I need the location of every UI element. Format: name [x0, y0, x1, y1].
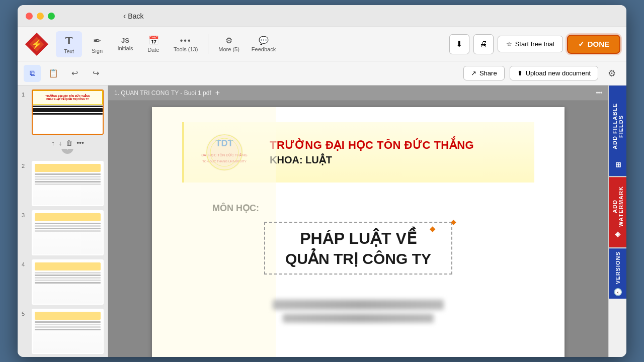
pdf-yellow-bg: [152, 107, 276, 357]
fillable-fields-icon: ⊞: [614, 161, 622, 168]
watermark-label: ADD WATERMARK: [612, 186, 624, 228]
university-name: TRƯỜNG ĐẠI HỌC TÔN ĐỨC THẮNG KHOA: LUẬT: [270, 139, 474, 166]
text-tool-label: Text: [64, 48, 74, 54]
logo-area: ⚡: [24, 31, 50, 57]
pdf-blur-line-1: [273, 300, 444, 310]
tools-button[interactable]: ••• Tools (13): [169, 31, 203, 57]
right-panels: ⊞ ADD FILLABLE FIELDS ◈ ADD WATERMARK 🕐 …: [608, 85, 626, 357]
more-label: More (5): [218, 46, 239, 52]
date-tool-label: Date: [147, 47, 159, 53]
thumb-image-1: TRƯỜNG ĐẠI HỌC TÔN ĐỨC THẮNGPHÁP LUẬT VỀ…: [32, 89, 104, 135]
university-dept: KHOA: LUẬT: [270, 154, 474, 166]
maximize-button[interactable]: [48, 13, 55, 20]
thumb-header-bar-5: [35, 312, 101, 320]
print-button[interactable]: 🖨: [473, 34, 494, 54]
thumb-move-down-button[interactable]: ↓: [58, 138, 63, 148]
sign-tool-button[interactable]: ✒ Sign: [84, 31, 110, 57]
pages-view-button[interactable]: ⧉: [24, 65, 41, 82]
secondary-toolbar-right: ↗ Share ⬆ Upload new document ⚙: [463, 65, 620, 82]
page-thumb-1[interactable]: 1 TRƯỜNG ĐẠI HỌC TÔN ĐỨC THẮNGPHÁP LUẬT …: [22, 89, 104, 135]
thumb-move-up-button[interactable]: ↑: [50, 138, 56, 148]
watermark-icon: ◈: [614, 231, 622, 239]
thumb-controls: ↑ ↓ 🗑 •••: [32, 137, 104, 149]
download-button[interactable]: ⬇: [449, 34, 469, 54]
toolbar-right: ⬇ 🖨 ☆ Start free trial ✓ DONE: [449, 34, 620, 54]
main-toolbar: ⚡ T Text ✒ Sign JS Initials 📅 Date ••• T…: [18, 27, 626, 61]
thumb-image-4: [32, 259, 104, 305]
pdf-subject-diamond: ◆: [451, 218, 456, 226]
share-icon: ↗: [471, 69, 476, 77]
settings-icon: ⚙: [608, 68, 616, 79]
toolbar-separator: [208, 34, 208, 54]
minimize-button[interactable]: [37, 13, 44, 20]
thumb-more-button[interactable]: •••: [75, 138, 85, 148]
title-bar: ‹ Back: [18, 5, 626, 27]
undo-button[interactable]: ↩: [66, 65, 83, 82]
thumb-container-4: [32, 259, 104, 305]
add-watermark-panel[interactable]: ◈ ADD WATERMARK: [609, 177, 626, 247]
feedback-icon: 💬: [259, 36, 269, 45]
document-info-button[interactable]: 📋: [45, 65, 62, 82]
tools-icon: •••: [180, 36, 192, 45]
thumb-inner-4: [33, 260, 103, 304]
redo-icon: ↪: [93, 68, 99, 78]
done-button[interactable]: ✓ DONE: [567, 35, 620, 54]
thumb-delete-button[interactable]: 🗑: [65, 138, 73, 148]
page-number-2: 2: [22, 161, 29, 169]
redo-button[interactable]: ↪: [87, 65, 104, 82]
thumb-header-bar-2: [35, 164, 101, 172]
app-logo-icon: ⚡: [24, 31, 50, 57]
page-thumb-5[interactable]: 5: [22, 309, 104, 354]
trial-label: Start free trial: [515, 40, 554, 48]
thumb-container-5: [32, 309, 104, 354]
sidebar: 1 TRƯỜNG ĐẠI HỌC TÔN ĐỨC THẮNGPHÁP LUẬT …: [18, 85, 108, 357]
sign-icon: ✒: [93, 35, 102, 47]
thumb-inner-2: [33, 162, 103, 205]
pdf-blur-line-2: [283, 314, 434, 323]
thumb-inner-3: [33, 211, 103, 254]
thumb-lines-3: [35, 223, 101, 252]
pdf-viewer: 1. QUAN TRI CONG TY - Buoi 1.pdf + •••: [108, 85, 608, 357]
text-tool-button[interactable]: T Text: [56, 31, 82, 57]
pages-icon: ⧉: [30, 69, 35, 78]
thumb-line-3: [33, 113, 103, 115]
secondary-toolbar: ⧉ 📋 ↩ ↪ ↗ Share ⬆ Upload new document ⚙: [18, 61, 626, 85]
versions-panel[interactable]: 🕐 VERSIONS: [609, 248, 626, 299]
pdf-subject-title-line1: PHÁP LUẬT VỀ: [285, 229, 431, 248]
more-button[interactable]: ⚙ More (5): [213, 31, 245, 57]
initials-tool-button[interactable]: JS Initials: [112, 31, 138, 57]
app-window: ‹ Back ⚡ T Text ✒ Sign JS Initials 📅 Dat…: [18, 5, 626, 357]
date-tool-button[interactable]: 📅 Date: [140, 31, 167, 57]
thumb-header-bar-3: [35, 213, 101, 221]
undo-icon: ↩: [71, 68, 78, 78]
download-icon: ⬇: [456, 39, 462, 49]
page-number-5: 5: [22, 309, 29, 317]
upload-icon: ⬆: [517, 69, 523, 77]
trial-button[interactable]: ☆ Start free trial: [498, 36, 563, 52]
text-icon: T: [65, 34, 73, 47]
page-thumb-4[interactable]: 4: [22, 259, 104, 305]
thumb-image-5: [32, 309, 104, 354]
pdf-tab-more-icon[interactable]: •••: [596, 89, 602, 97]
back-label: Back: [128, 12, 143, 20]
add-fillable-fields-panel[interactable]: ⊞ ADD FILLABLE FIELDS: [609, 85, 626, 176]
page-thumb-3[interactable]: 3: [22, 210, 104, 255]
thumb-p1-header: TRƯỜNG ĐẠI HỌC TÔN ĐỨC THẮNGPHÁP LUẬT VỀ…: [33, 90, 103, 105]
done-label: DONE: [588, 40, 609, 48]
settings-button[interactable]: ⚙: [603, 65, 620, 82]
page-number-3: 3: [22, 210, 29, 218]
thumb-image-3: [32, 210, 104, 255]
thumb-header-bar-4: [35, 262, 101, 270]
page-thumb-2[interactable]: 2: [22, 161, 104, 206]
back-button[interactable]: ‹ Back: [123, 12, 143, 21]
upload-button[interactable]: ⬆ Upload new document: [510, 66, 598, 80]
pdf-add-tab-icon: +: [215, 88, 220, 98]
share-label: Share: [479, 69, 497, 77]
thumb-image-2: [32, 161, 104, 206]
close-button[interactable]: [26, 13, 33, 20]
thumb-lines-4: [35, 272, 101, 302]
print-icon: 🖨: [479, 40, 488, 49]
feedback-button[interactable]: 💬 Feedback: [247, 31, 281, 57]
share-button[interactable]: ↗ Share: [463, 66, 505, 80]
pdf-page-1: TDT ĐẠI HỌC TÔN ĐỨC THẮNG TON DUC THANG …: [152, 107, 565, 357]
